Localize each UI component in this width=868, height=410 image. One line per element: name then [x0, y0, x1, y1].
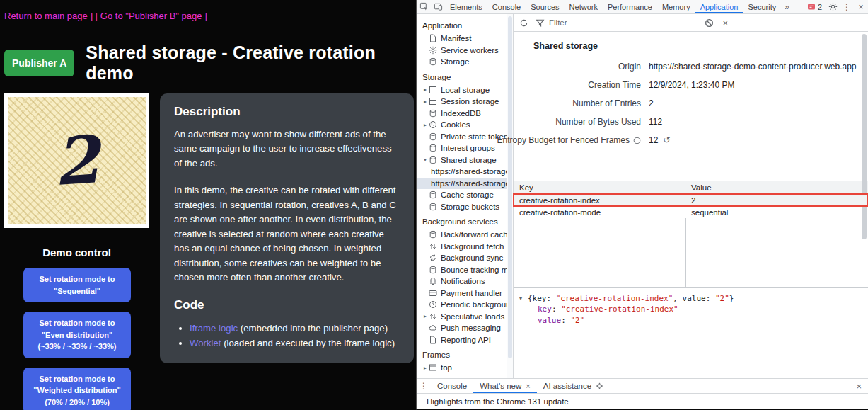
sidebar-item-background-sync[interactable]: Background sync	[417, 252, 507, 264]
field-label: Number of Bytes Used	[514, 117, 641, 127]
sidebar-section-application: Application	[417, 16, 507, 33]
tab-sources[interactable]: Sources	[526, 0, 564, 13]
panel-scrollbar[interactable]	[862, 34, 867, 239]
table-row-creative-rotation-index[interactable]: creative-rotation-index 2	[514, 194, 868, 206]
clear-icon[interactable]: ×	[722, 18, 728, 28]
filter-input[interactable]: Filter	[536, 18, 567, 28]
field-value: 112	[649, 117, 662, 127]
sidebar-item-frames-top[interactable]: ▸top	[417, 362, 507, 374]
sidebar-item-storage[interactable]: Storage	[417, 56, 507, 68]
up-down-arrows-icon	[429, 312, 437, 321]
tab-console[interactable]: Console	[487, 0, 526, 13]
preview-summary[interactable]: ▾ {key: "creative-rotation-index", value…	[519, 293, 865, 304]
sidebar-item-local-storage[interactable]: ▸Local storage	[417, 84, 507, 96]
sidebar-item-label: Periodic backgroun…	[441, 300, 507, 309]
close-tab-icon[interactable]: ×	[526, 382, 530, 390]
scrollbar-thumb[interactable]	[508, 16, 512, 358]
list-item: Worklet (loaded and executed by the ifra…	[190, 336, 400, 351]
sidebar-item-payment-handler[interactable]: Payment handler	[417, 287, 507, 300]
sidebar-item-background-fetch[interactable]: Background fetch	[417, 241, 507, 253]
tab-elements[interactable]: Elements	[445, 0, 487, 13]
sidebar-item-shared-storage-origin-2[interactable]: https://shared-storage…	[417, 178, 507, 190]
table-icon	[429, 86, 437, 94]
device-toolbar-icon[interactable]	[431, 0, 445, 13]
info-icon[interactable]	[633, 137, 641, 144]
sidebar-item-label: Cookies	[441, 120, 470, 129]
sidebar-item-service-workers[interactable]: Service workers	[417, 45, 507, 57]
sidebar-item-speculative-loads[interactable]: ▸Speculative loads	[417, 311, 507, 323]
drawer-menu-icon[interactable]: ⋮	[417, 379, 431, 393]
table-row-creative-rotation-mode[interactable]: creative-rotation-mode sequential	[514, 206, 868, 218]
creative-number: 2	[52, 121, 102, 200]
sidebar-item-reporting-api[interactable]: Reporting API	[417, 334, 507, 346]
sidebar-item-session-storage[interactable]: ▸Session storage	[417, 96, 507, 108]
sidebar-item-storage-buckets[interactable]: Storage buckets	[417, 201, 507, 213]
sidebar-item-notifications[interactable]: Notifications	[417, 275, 507, 287]
chevron-down-icon[interactable]: ▾	[422, 156, 429, 163]
kebab-menu-icon[interactable]: ⋮	[840, 0, 854, 13]
screenshot-root: Return to main page ] [ Go to "Publisher…	[0, 0, 868, 410]
tab-performance[interactable]: Performance	[603, 0, 657, 13]
sidebar-item-label: top	[441, 363, 452, 372]
database-icon	[429, 144, 437, 152]
tab-security[interactable]: Security	[743, 0, 781, 13]
publisher-b-link[interactable]: Go to "Publisher B" page	[100, 11, 202, 21]
sidebar-item-private-state-tokens[interactable]: Private state tokens	[417, 131, 507, 143]
chevron-right-icon[interactable]: ▸	[422, 86, 429, 93]
issues-badge[interactable]: 2	[804, 0, 826, 13]
column-header-key[interactable]: Key	[514, 181, 685, 193]
up-down-arrows-icon	[429, 242, 437, 251]
sidebar-item-bounce-tracking-mitigations[interactable]: Bounce tracking miti…	[417, 264, 507, 276]
field-value: 12/9/2024, 1:23:40 PM	[649, 80, 734, 90]
tab-memory[interactable]: Memory	[657, 0, 695, 13]
tab-application[interactable]: Application	[695, 0, 743, 13]
sidebar-item-interest-groups[interactable]: Interest groups	[417, 142, 507, 154]
close-devtools-icon[interactable]: ×	[854, 0, 868, 13]
column-header-value[interactable]: Value	[685, 181, 868, 193]
preview-summary-text: {key: "creative-rotation-index", value: …	[528, 293, 734, 304]
sidebar-item-indexeddb[interactable]: IndexedDB	[417, 108, 507, 120]
drawer-tab-whats-new[interactable]: What's new×	[473, 379, 537, 393]
field-row-bytes-used: Number of Bytes Used 112	[514, 113, 868, 131]
sidebar-item-shared-storage-origin-1[interactable]: https://shared-storage…	[417, 166, 507, 178]
iframe-logic-link[interactable]: Iframe logic	[190, 323, 238, 334]
set-sequential-button[interactable]: Set rotation mode to "Sequential"	[23, 268, 131, 302]
sidebar-section-background-services: Background services	[417, 212, 507, 229]
drawer-tab-console[interactable]: Console	[431, 379, 473, 393]
refresh-icon[interactable]	[519, 18, 528, 28]
reset-history-icon[interactable]: ↺	[663, 135, 670, 145]
creative-ad-frame: 2	[4, 93, 149, 228]
more-tabs-icon[interactable]: »	[781, 0, 793, 13]
cloud-icon	[429, 324, 437, 332]
page-header: Publisher A Shared storage - Creative ro…	[0, 21, 416, 84]
sidebar-item-manifest[interactable]: Manifest	[417, 33, 507, 45]
return-main-page-link[interactable]: Return to main page	[4, 11, 88, 21]
sidebar-item-back-forward-cache[interactable]: Back/forward cache	[417, 229, 507, 241]
chevron-right-icon[interactable]: ▸	[422, 313, 429, 319]
sidebar-item-periodic-background-sync[interactable]: Periodic backgroun…	[417, 299, 507, 311]
chevron-right-icon[interactable]: ▸	[422, 122, 429, 128]
sidebar-item-push-messaging[interactable]: Push messaging	[417, 322, 507, 334]
database-icon	[429, 266, 437, 274]
sidebar-item-cache-storage[interactable]: Cache storage	[417, 189, 507, 201]
field-label: Origin	[514, 62, 641, 72]
tab-network[interactable]: Network	[565, 0, 603, 13]
settings-gear-icon[interactable]	[826, 0, 840, 13]
inspect-element-icon[interactable]	[417, 0, 431, 13]
worklet-link[interactable]: Worklet	[190, 338, 221, 348]
sidebar-item-label: Background sync	[441, 254, 503, 262]
set-even-distribution-button[interactable]: Set rotation mode to "Even distribution"…	[23, 312, 131, 358]
sidebar-item-cookies[interactable]: ▸Cookies	[417, 119, 507, 131]
drawer-tab-ai-assistance[interactable]: AI assistance	[537, 379, 610, 393]
nav-separator: ]	[202, 11, 207, 21]
chevron-right-icon[interactable]: ▸	[422, 98, 429, 105]
block-icon[interactable]	[705, 18, 714, 28]
field-label: Creation Time	[514, 80, 641, 90]
close-drawer-icon[interactable]: ×	[850, 379, 868, 393]
sidebar-scrollbar[interactable]	[507, 14, 513, 378]
sidebar-item-shared-storage[interactable]: ▾Shared storage	[417, 154, 507, 166]
set-weighted-distribution-button[interactable]: Set rotation mode to "Weighted distribut…	[23, 368, 131, 410]
chevron-right-icon[interactable]: ▸	[422, 365, 429, 371]
sidebar-item-label: Push messaging	[441, 324, 501, 332]
chevron-down-icon[interactable]: ▾	[519, 293, 528, 302]
